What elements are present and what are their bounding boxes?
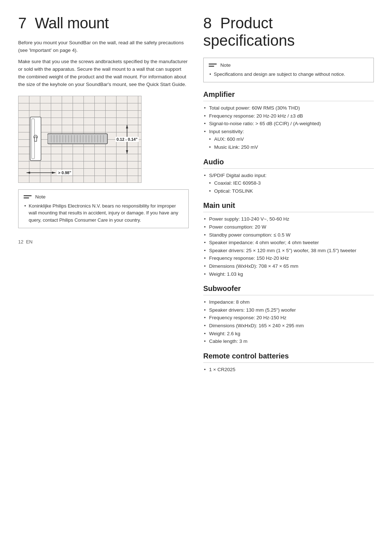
spec-sections: AmplifierTotal output power: 60W RMS (30… bbox=[203, 90, 374, 373]
spec-item: Dimensions (WxHxD): 165 × 240 × 295 mm bbox=[203, 322, 374, 330]
left-column: 7 Wall mount Before you mount your Sound… bbox=[18, 15, 189, 380]
spec-item: Speaker drivers: 130 mm (5.25") woofer bbox=[203, 306, 374, 314]
svg-marker-29 bbox=[52, 172, 56, 174]
spec-item: Cable length: 3 m bbox=[203, 337, 374, 345]
spec-item: Signal-to-noise ratio: > 65 dB (CCIR) / … bbox=[203, 120, 374, 128]
note-icon-left bbox=[24, 195, 32, 198]
spec-item: Impedance: 8 ohm bbox=[203, 298, 374, 306]
wall-diagram: 0.12 - 0.14" > 0.98" bbox=[18, 96, 142, 183]
spec-item: Input sensitivity: bbox=[203, 128, 374, 136]
svg-marker-25 bbox=[126, 125, 128, 128]
spec-section-main-unit: Main unitPower supply: 110-240 V~, 50-60… bbox=[203, 201, 374, 278]
spec-title-remote-control-batteries: Remote control batteries bbox=[203, 352, 374, 363]
spec-item: Speaker drivers: 25 × 120 mm (1 × 5") wo… bbox=[203, 247, 374, 255]
right-section-number: 8 bbox=[203, 15, 212, 32]
spec-item: Coaxial: IEC 60958-3 bbox=[203, 179, 374, 187]
spec-item: Optical: TOSLINK bbox=[203, 187, 374, 195]
left-note-item: Koninklijke Philips Electronics N.V. bea… bbox=[24, 202, 183, 224]
spec-item: Music iLink: 250 mV bbox=[203, 143, 374, 151]
spec-item: Dimensions (WxHxD): 708 × 47 × 65 mm bbox=[203, 262, 374, 270]
spec-section-amplifier: AmplifierTotal output power: 60W RMS (30… bbox=[203, 90, 374, 151]
spec-section-audio: AudioS/PDIF Digital audio input:Coaxial:… bbox=[203, 158, 374, 195]
spec-section-subwoofer: SubwooferImpedance: 8 ohmSpeaker drivers… bbox=[203, 284, 374, 345]
spec-item: 1 × CR2025 bbox=[203, 366, 374, 374]
spec-list-audio: S/PDIF Digital audio input:Coaxial: IEC … bbox=[203, 172, 374, 195]
right-note-header: Note bbox=[209, 62, 368, 68]
intro-para-2: Make sure that you use the screws andbra… bbox=[18, 58, 189, 89]
spec-title-amplifier: Amplifier bbox=[203, 90, 374, 101]
left-note-list: Koninklijke Philips Electronics N.V. bea… bbox=[24, 202, 183, 224]
right-note-box: Note Specifications and design are subje… bbox=[203, 58, 374, 83]
horizontal-dim-label: > 0.98" bbox=[57, 170, 72, 175]
svg-rect-3 bbox=[34, 137, 37, 141]
spec-item: Power consumption: 20 W bbox=[203, 223, 374, 231]
spec-title-main-unit: Main unit bbox=[203, 201, 374, 212]
page-number: 12 EN bbox=[18, 239, 189, 245]
spec-item: Weight: 1.03 kg bbox=[203, 270, 374, 278]
spec-list-amplifier: Total output power: 60W RMS (30% THD)Fre… bbox=[203, 104, 374, 151]
spec-item: Frequency response: 150 Hz-20 kHz bbox=[203, 254, 374, 262]
spec-item: Frequency response: 20 Hz-150 Hz bbox=[203, 314, 374, 322]
right-column: 8 Product specifications Note Specificat… bbox=[203, 15, 374, 380]
note-icon-right bbox=[209, 63, 217, 67]
left-section-number: 7 bbox=[18, 15, 26, 32]
spec-list-remote-control-batteries: 1 × CR2025 bbox=[203, 366, 374, 374]
spec-item: AUX: 600 mV bbox=[203, 135, 374, 143]
spec-item: Speaker impedance: 4 ohm woofer; 4 ohm t… bbox=[203, 239, 374, 247]
bracket-icon bbox=[26, 115, 46, 162]
horizontal-arrow-icon bbox=[26, 169, 56, 176]
spec-item: Power supply: 110-240 V~, 50-60 Hz bbox=[203, 215, 374, 223]
spec-item: Weight: 2.6 kg bbox=[203, 330, 374, 338]
right-note-list: Specifications and design are subject to… bbox=[209, 71, 368, 78]
right-title-line1: Product bbox=[220, 15, 273, 32]
spec-item: Frequency response: 20 Hz-20 kHz / ±3 dB bbox=[203, 112, 374, 120]
soundbar-icon bbox=[48, 133, 109, 144]
spec-list-main-unit: Power supply: 110-240 V~, 50-60 HzPower … bbox=[203, 215, 374, 278]
spec-item: Standby power consumption: ≤ 0.5 W bbox=[203, 231, 374, 239]
spec-title-audio: Audio bbox=[203, 158, 374, 169]
intro-para-1: Before you mount your SoundBar on the wa… bbox=[18, 39, 189, 54]
svg-marker-26 bbox=[126, 150, 128, 154]
right-note-title: Note bbox=[220, 62, 231, 68]
left-note-header: Note bbox=[24, 194, 183, 200]
left-note-box: Note Koninklijke Philips Electronics N.V… bbox=[18, 189, 189, 229]
spec-title-subwoofer: Subwoofer bbox=[203, 284, 374, 295]
vertical-dim-label: 0.12 - 0.14" bbox=[115, 137, 139, 142]
left-section-title: 7 Wall mount bbox=[18, 15, 189, 32]
left-note-title: Note bbox=[35, 194, 46, 200]
right-title-line2: specifications bbox=[203, 32, 295, 49]
spec-item: S/PDIF Digital audio input: bbox=[203, 172, 374, 180]
right-section-title: 8 Product specifications bbox=[203, 15, 374, 50]
svg-marker-28 bbox=[26, 172, 30, 174]
spec-item: Total output power: 60W RMS (30% THD) bbox=[203, 104, 374, 112]
spec-list-subwoofer: Impedance: 8 ohmSpeaker drivers: 130 mm … bbox=[203, 298, 374, 345]
spec-section-remote-control-batteries: Remote control batteries1 × CR2025 bbox=[203, 352, 374, 374]
right-note-item: Specifications and design are subject to… bbox=[209, 71, 368, 78]
